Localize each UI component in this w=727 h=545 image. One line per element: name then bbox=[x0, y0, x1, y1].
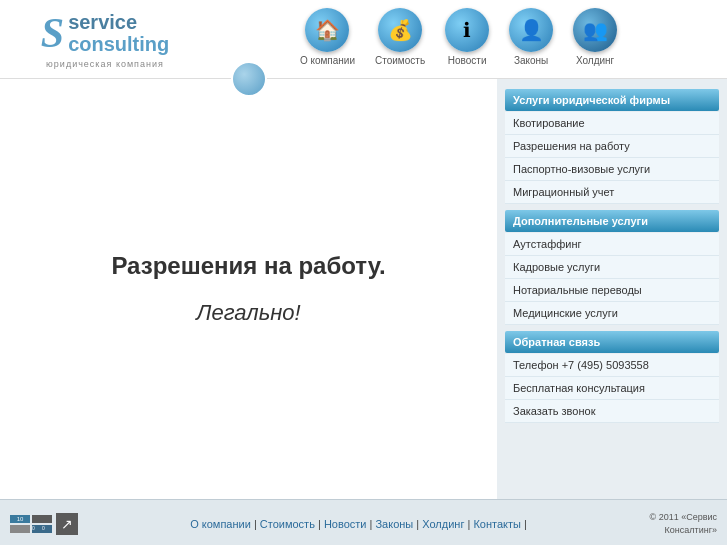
sidebar-item[interactable]: Телефон +7 (495) 5093558 bbox=[505, 354, 719, 377]
sidebar-item[interactable]: Нотариальные переводы bbox=[505, 279, 719, 302]
sidebar-section-header: Обратная связь bbox=[505, 331, 719, 353]
nav-label: Новости bbox=[448, 55, 487, 66]
nav-circle-icon: 👥 bbox=[573, 8, 617, 52]
sidebar-section: Услуги юридической фирмыКвотированиеРазр… bbox=[505, 89, 719, 204]
nav-circle-icon: ℹ bbox=[445, 8, 489, 52]
footer-nav-link[interactable]: Контакты bbox=[473, 518, 521, 530]
nav-item-холдинг[interactable]: 👥 Холдинг bbox=[573, 8, 617, 66]
sidebar-item[interactable]: Медицинские услуги bbox=[505, 302, 719, 325]
footer-nav: О компании | Стоимость | Новости | Закон… bbox=[90, 518, 627, 530]
logo-words: service consulting bbox=[68, 11, 169, 55]
logo: S service consulting bbox=[41, 9, 169, 57]
footer-nav-link[interactable]: Холдинг bbox=[422, 518, 464, 530]
main-heading: Разрешения на работу. bbox=[111, 252, 385, 280]
footer-nav-link[interactable]: О компании bbox=[190, 518, 251, 530]
footer-icon-3 bbox=[10, 525, 30, 533]
sidebar-item[interactable]: Кадровые услуги bbox=[505, 256, 719, 279]
nav-label: Стоимость bbox=[375, 55, 425, 66]
logo-s-letter: S bbox=[41, 9, 64, 57]
sidebar-section-header: Услуги юридической фирмы bbox=[505, 89, 719, 111]
footer-icon-2 bbox=[32, 515, 52, 523]
footer-icon-1: 10 bbox=[10, 515, 30, 523]
header: S service consulting юридическая компани… bbox=[0, 0, 727, 79]
sidebar-section: Дополнительные услугиАутстаффингКадровые… bbox=[505, 210, 719, 325]
nav-item-стоимость[interactable]: 💰 Стоимость bbox=[375, 8, 425, 66]
sidebar-item[interactable]: Разрешения на работу bbox=[505, 135, 719, 158]
sidebar-section-header: Дополнительные услуги bbox=[505, 210, 719, 232]
footer-arrow-icon[interactable]: ↗ bbox=[56, 513, 78, 535]
content-avatar bbox=[231, 61, 267, 97]
nav-label: Законы bbox=[514, 55, 548, 66]
sidebar-item[interactable]: Миграционный учет bbox=[505, 181, 719, 204]
nav-circle-icon: 🏠 bbox=[305, 8, 349, 52]
main-subheading: Легально! bbox=[196, 300, 300, 326]
nav-item-законы[interactable]: 👤 Законы bbox=[509, 8, 553, 66]
sidebar-section: Обратная связьТелефон +7 (495) 5093558Бе… bbox=[505, 331, 719, 423]
nav-icons: 🏠 О компании 💰 Стоимость ℹ Новости 👤 Зак… bbox=[200, 8, 717, 70]
main-layout: Разрешения на работу. Легально! Услуги ю… bbox=[0, 79, 727, 499]
sidebar-item[interactable]: Заказать звонок bbox=[505, 400, 719, 423]
nav-label: О компании bbox=[300, 55, 355, 66]
footer-nav-link[interactable]: Новости bbox=[324, 518, 367, 530]
footer: 10 00 ↗ О компании | Стоимость | Новости… bbox=[0, 499, 727, 545]
content-area: Разрешения на работу. Легально! bbox=[0, 79, 497, 499]
logo-consulting-text: consulting bbox=[68, 33, 169, 55]
sidebar-item[interactable]: Бесплатная консультация bbox=[505, 377, 719, 400]
sidebar-item[interactable]: Квотирование bbox=[505, 112, 719, 135]
sidebar-item[interactable]: Паспортно-визовые услуги bbox=[505, 158, 719, 181]
footer-icon-4: 00 bbox=[32, 525, 52, 533]
footer-left-icons: 10 00 ↗ bbox=[10, 513, 90, 535]
nav-item-о-компании[interactable]: 🏠 О компании bbox=[300, 8, 355, 66]
nav-label: Холдинг bbox=[576, 55, 614, 66]
logo-area: S service consulting юридическая компани… bbox=[10, 9, 200, 69]
sidebar-item[interactable]: Аутстаффинг bbox=[505, 233, 719, 256]
footer-nav-link[interactable]: Законы bbox=[375, 518, 413, 530]
footer-copyright: © 2011 «Сервис Консалтинг» bbox=[627, 511, 717, 536]
sidebar: Услуги юридической фирмыКвотированиеРазр… bbox=[497, 79, 727, 499]
nav-circle-icon: 👤 bbox=[509, 8, 553, 52]
nav-item-новости[interactable]: ℹ Новости bbox=[445, 8, 489, 66]
logo-service-text: service bbox=[68, 11, 169, 33]
nav-circle-icon: 💰 bbox=[378, 8, 422, 52]
logo-subtitle: юридическая компания bbox=[46, 59, 164, 69]
footer-nav-link[interactable]: Стоимость bbox=[260, 518, 315, 530]
